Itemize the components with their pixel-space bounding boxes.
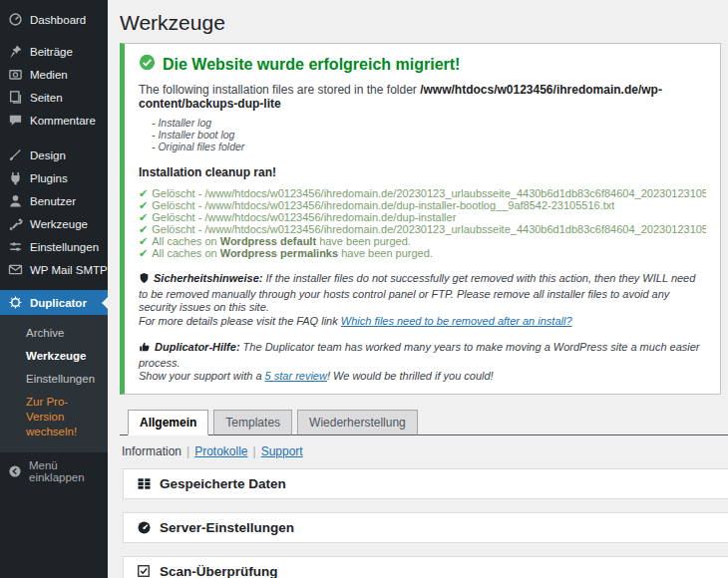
- intro-text: The following installation files are sto…: [139, 83, 420, 97]
- sidebar-item-dashboard[interactable]: Dashboard: [0, 8, 108, 31]
- sidebar-item-media[interactable]: Medien: [0, 63, 108, 86]
- security-more: For more details please visit the FAQ li…: [139, 315, 706, 329]
- plugin-icon: [8, 170, 23, 185]
- tab-bar: Allgemein Templates Wiederherstellung: [120, 410, 728, 435]
- sidebar-item-label: Werkzeuge: [30, 218, 88, 230]
- sidebar-item-appearance[interactable]: Design: [0, 144, 108, 166]
- submenu-item-archive[interactable]: Archive: [0, 322, 108, 345]
- sidebar-item-label: Medien: [30, 69, 68, 81]
- security-label: Sicherheitshinweise:: [154, 272, 262, 284]
- duplicator-submenu: Archive Werkzeuge Einstellungen Zur Pro-…: [0, 315, 108, 452]
- file-list-item: - Original files folder: [152, 141, 706, 152]
- cleanup-suffix: have been purged.: [316, 235, 411, 247]
- pages-icon: [8, 90, 23, 105]
- tab-templates[interactable]: Templates: [213, 410, 292, 435]
- section-scan-ueberpruefung[interactable]: Scan-Überprüfung: [123, 556, 728, 578]
- installer-file-list: - Installer log - Installer boot log - O…: [152, 117, 706, 152]
- cleanup-item: ✔Gelöscht - /www/htdocs/w0123456/ihredom…: [139, 211, 706, 223]
- main-content: Werkzeuge Die Website wurde erfolgreich …: [108, 0, 728, 578]
- accordion-sections: Gespeicherte Daten Server-Einstellungen …: [120, 468, 728, 578]
- admin-sidebar: Dashboard Beiträge Medien Seiten Komment…: [0, 0, 108, 578]
- tab-allgemein[interactable]: Allgemein: [128, 410, 208, 435]
- shield-icon: [139, 272, 150, 288]
- security-note: Sicherheitshinweise: If the installer fi…: [139, 272, 706, 328]
- thumbs-up-icon: [139, 341, 151, 357]
- sidebar-item-label: Dashboard: [30, 14, 86, 26]
- section-gespeicherte-daten[interactable]: Gespeicherte Daten: [123, 468, 728, 499]
- check-icon: ✔: [139, 211, 148, 223]
- mail-icon: [8, 262, 23, 277]
- check-icon: ✔: [139, 187, 148, 199]
- cleanup-text: Gelöscht - /www/htdocs/w0123456/ihredoma…: [152, 187, 706, 199]
- gauge-icon: [136, 519, 152, 535]
- cleanup-bold: Wordpress default: [220, 235, 316, 247]
- five-star-review-link[interactable]: 5 star review: [265, 370, 327, 382]
- faq-link[interactable]: Which files need to be removed after an …: [341, 315, 572, 327]
- cleanup-text: Gelöscht - /www/htdocs/w0123456/ihredoma…: [152, 223, 706, 235]
- sidebar-item-label: Kommentare: [30, 115, 96, 127]
- sub-navigation: Information|Protokolle|Support: [122, 444, 728, 458]
- cleanup-suffix: have been purged.: [338, 247, 433, 259]
- sidebar-item-label: Seiten: [30, 92, 63, 104]
- sidebar-item-plugins[interactable]: Plugins: [0, 166, 108, 189]
- sidebar-item-label: Duplicator: [30, 297, 87, 309]
- cleanup-item: ✔Gelöscht - /www/htdocs/w0123456/ihredom…: [139, 223, 706, 235]
- subnav-item-support[interactable]: Support: [261, 444, 303, 458]
- cleanup-item: ✔All caches on Wordpress permalinks have…: [139, 247, 706, 259]
- sidebar-item-label: Beiträge: [30, 46, 73, 58]
- menu-separator: [0, 31, 108, 40]
- sidebar-item-posts[interactable]: Beiträge: [0, 40, 108, 63]
- tools-panel: Allgemein Templates Wiederherstellung In…: [120, 410, 728, 578]
- check-icon: ✔: [139, 247, 148, 259]
- check-icon: ✔: [139, 199, 148, 211]
- submenu-item-upgrade-pro[interactable]: Zur Pro-Version wechseln!: [0, 391, 108, 443]
- subnav-separator: |: [253, 444, 256, 458]
- subnav-separator: |: [186, 444, 189, 458]
- subnav-item-information[interactable]: Information: [122, 444, 182, 458]
- notice-header: Die Website wurde erfolgreich migriert!: [139, 54, 706, 75]
- migration-success-notice: Die Website wurde erfolgreich migriert! …: [120, 43, 721, 395]
- section-label: Scan-Überprüfung: [160, 564, 278, 578]
- sidebar-item-settings[interactable]: Einstellungen: [0, 235, 108, 258]
- security-more-text: For more details please visit the FAQ li…: [139, 315, 341, 327]
- cleanup-text: All caches on: [152, 235, 219, 247]
- sidebar-item-tools[interactable]: Werkzeuge: [0, 212, 108, 235]
- cleanup-list: ✔Gelöscht - /www/htdocs/w0123456/ihredom…: [139, 187, 706, 259]
- cleanup-item: ✔All caches on Wordpress default have be…: [139, 235, 706, 247]
- cleanup-heading: Installation cleanup ran!: [139, 165, 706, 179]
- submenu-item-einstellungen[interactable]: Einstellungen: [0, 368, 108, 391]
- cleanup-text: All caches on: [152, 247, 219, 259]
- table-icon: [136, 475, 152, 491]
- wordpress-admin: Dashboard Beiträge Medien Seiten Komment…: [0, 0, 728, 578]
- page-title: Werkzeuge: [120, 11, 728, 35]
- section-label: Gespeicherte Daten: [160, 476, 286, 491]
- sidebar-item-duplicator[interactable]: Duplicator: [0, 290, 108, 315]
- comments-icon: [8, 113, 23, 128]
- pin-icon: [8, 44, 23, 59]
- section-label: Server-Einstellungen: [160, 520, 294, 535]
- tools-icon: [8, 216, 23, 231]
- cleanup-text: Gelöscht - /www/htdocs/w0123456/ihredoma…: [152, 211, 456, 223]
- submenu-item-werkzeuge[interactable]: Werkzeuge: [0, 345, 108, 368]
- collapse-menu-button[interactable]: Menü einklappen: [0, 460, 108, 483]
- sidebar-item-wp-mail-smtp[interactable]: WP Mail SMTP: [0, 258, 108, 281]
- check-icon: ✔: [139, 235, 148, 247]
- tab-wiederherstellung[interactable]: Wiederherstellung: [297, 410, 418, 435]
- cleanup-bold: Wordpress permalinks: [220, 247, 338, 259]
- sidebar-item-label: Einstellungen: [30, 241, 99, 253]
- section-server-einstellungen[interactable]: Server-Einstellungen: [123, 512, 728, 543]
- sidebar-item-pages[interactable]: Seiten: [0, 86, 108, 109]
- installer-files-intro: The following installation files are sto…: [139, 83, 706, 111]
- sidebar-item-label: Benutzer: [30, 195, 76, 207]
- file-list-item: - Installer log: [152, 117, 706, 129]
- users-icon: [8, 193, 23, 208]
- cleanup-text: Gelöscht - /www/htdocs/w0123456/ihredoma…: [152, 199, 614, 211]
- media-icon: [8, 67, 23, 82]
- sidebar-item-comments[interactable]: Kommentare: [0, 109, 108, 132]
- menu-separator: [0, 281, 108, 290]
- sidebar-item-users[interactable]: Benutzer: [0, 189, 108, 212]
- sidebar-item-label: Plugins: [30, 172, 68, 184]
- help-more: Show your support with a 5 star review! …: [139, 370, 706, 384]
- collapse-arrow-icon: [8, 464, 22, 479]
- subnav-item-protokolle[interactable]: Protokolle: [194, 444, 247, 458]
